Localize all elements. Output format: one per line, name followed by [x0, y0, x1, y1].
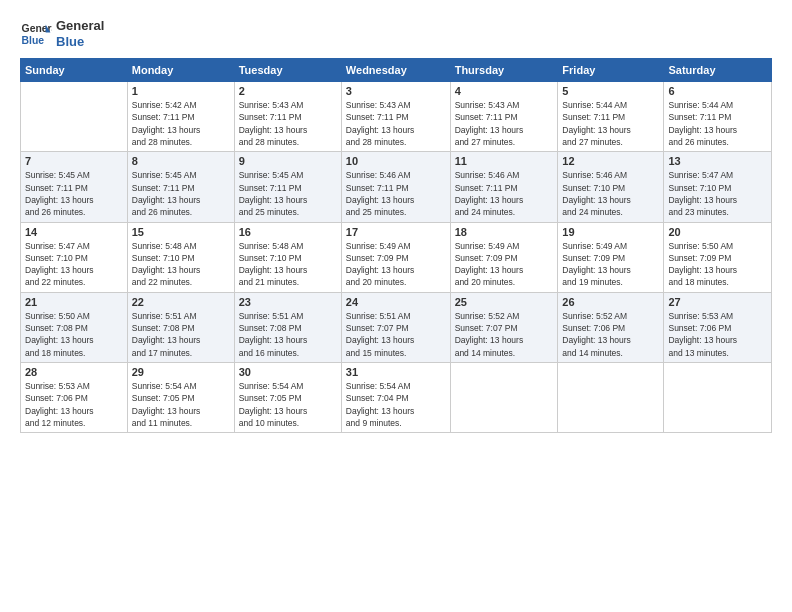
- day-number: 14: [25, 226, 123, 238]
- weekday-header: Tuesday: [234, 59, 341, 82]
- weekday-header: Thursday: [450, 59, 558, 82]
- logo-icon: General Blue: [20, 18, 52, 50]
- day-info: Sunrise: 5:45 AM Sunset: 7:11 PM Dayligh…: [132, 169, 230, 218]
- day-info: Sunrise: 5:44 AM Sunset: 7:11 PM Dayligh…: [562, 99, 659, 148]
- day-number: 22: [132, 296, 230, 308]
- day-number: 27: [668, 296, 767, 308]
- calendar-cell: 6Sunrise: 5:44 AM Sunset: 7:11 PM Daylig…: [664, 82, 772, 152]
- day-info: Sunrise: 5:54 AM Sunset: 7:05 PM Dayligh…: [239, 380, 337, 429]
- calendar-cell: 19Sunrise: 5:49 AM Sunset: 7:09 PM Dayli…: [558, 222, 664, 292]
- logo: General Blue General Blue: [20, 18, 104, 50]
- day-info: Sunrise: 5:46 AM Sunset: 7:11 PM Dayligh…: [346, 169, 446, 218]
- calendar-cell: 30Sunrise: 5:54 AM Sunset: 7:05 PM Dayli…: [234, 363, 341, 433]
- day-number: 7: [25, 155, 123, 167]
- day-number: 26: [562, 296, 659, 308]
- calendar-cell: 1Sunrise: 5:42 AM Sunset: 7:11 PM Daylig…: [127, 82, 234, 152]
- calendar-cell: 12Sunrise: 5:46 AM Sunset: 7:10 PM Dayli…: [558, 152, 664, 222]
- calendar-cell: 4Sunrise: 5:43 AM Sunset: 7:11 PM Daylig…: [450, 82, 558, 152]
- calendar-cell: 27Sunrise: 5:53 AM Sunset: 7:06 PM Dayli…: [664, 292, 772, 362]
- calendar-cell: 28Sunrise: 5:53 AM Sunset: 7:06 PM Dayli…: [21, 363, 128, 433]
- day-number: 4: [455, 85, 554, 97]
- day-number: 31: [346, 366, 446, 378]
- day-info: Sunrise: 5:43 AM Sunset: 7:11 PM Dayligh…: [239, 99, 337, 148]
- calendar-week-row: 1Sunrise: 5:42 AM Sunset: 7:11 PM Daylig…: [21, 82, 772, 152]
- day-info: Sunrise: 5:44 AM Sunset: 7:11 PM Dayligh…: [668, 99, 767, 148]
- logo-text: General: [56, 18, 104, 34]
- day-info: Sunrise: 5:52 AM Sunset: 7:07 PM Dayligh…: [455, 310, 554, 359]
- weekday-header: Saturday: [664, 59, 772, 82]
- day-number: 28: [25, 366, 123, 378]
- day-number: 3: [346, 85, 446, 97]
- day-number: 24: [346, 296, 446, 308]
- calendar-header-row: SundayMondayTuesdayWednesdayThursdayFrid…: [21, 59, 772, 82]
- day-number: 2: [239, 85, 337, 97]
- calendar-cell: [450, 363, 558, 433]
- day-info: Sunrise: 5:47 AM Sunset: 7:10 PM Dayligh…: [668, 169, 767, 218]
- day-info: Sunrise: 5:49 AM Sunset: 7:09 PM Dayligh…: [562, 240, 659, 289]
- day-info: Sunrise: 5:52 AM Sunset: 7:06 PM Dayligh…: [562, 310, 659, 359]
- calendar-cell: [558, 363, 664, 433]
- calendar-week-row: 21Sunrise: 5:50 AM Sunset: 7:08 PM Dayli…: [21, 292, 772, 362]
- calendar-cell: [664, 363, 772, 433]
- day-info: Sunrise: 5:53 AM Sunset: 7:06 PM Dayligh…: [25, 380, 123, 429]
- calendar-cell: 22Sunrise: 5:51 AM Sunset: 7:08 PM Dayli…: [127, 292, 234, 362]
- day-info: Sunrise: 5:45 AM Sunset: 7:11 PM Dayligh…: [25, 169, 123, 218]
- day-number: 8: [132, 155, 230, 167]
- day-number: 17: [346, 226, 446, 238]
- calendar-cell: 16Sunrise: 5:48 AM Sunset: 7:10 PM Dayli…: [234, 222, 341, 292]
- day-number: 13: [668, 155, 767, 167]
- day-info: Sunrise: 5:43 AM Sunset: 7:11 PM Dayligh…: [455, 99, 554, 148]
- page: General Blue General Blue SundayMondayTu…: [0, 0, 792, 612]
- day-info: Sunrise: 5:48 AM Sunset: 7:10 PM Dayligh…: [132, 240, 230, 289]
- calendar-week-row: 28Sunrise: 5:53 AM Sunset: 7:06 PM Dayli…: [21, 363, 772, 433]
- weekday-header: Monday: [127, 59, 234, 82]
- calendar-cell: 10Sunrise: 5:46 AM Sunset: 7:11 PM Dayli…: [341, 152, 450, 222]
- day-info: Sunrise: 5:46 AM Sunset: 7:11 PM Dayligh…: [455, 169, 554, 218]
- calendar-cell: 9Sunrise: 5:45 AM Sunset: 7:11 PM Daylig…: [234, 152, 341, 222]
- calendar-cell: 11Sunrise: 5:46 AM Sunset: 7:11 PM Dayli…: [450, 152, 558, 222]
- day-info: Sunrise: 5:50 AM Sunset: 7:08 PM Dayligh…: [25, 310, 123, 359]
- day-number: 12: [562, 155, 659, 167]
- day-info: Sunrise: 5:42 AM Sunset: 7:11 PM Dayligh…: [132, 99, 230, 148]
- calendar-cell: 13Sunrise: 5:47 AM Sunset: 7:10 PM Dayli…: [664, 152, 772, 222]
- day-number: 11: [455, 155, 554, 167]
- day-number: 9: [239, 155, 337, 167]
- logo-subtext: Blue: [56, 34, 104, 50]
- calendar: SundayMondayTuesdayWednesdayThursdayFrid…: [20, 58, 772, 433]
- day-number: 30: [239, 366, 337, 378]
- calendar-cell: 26Sunrise: 5:52 AM Sunset: 7:06 PM Dayli…: [558, 292, 664, 362]
- day-number: 21: [25, 296, 123, 308]
- day-number: 29: [132, 366, 230, 378]
- calendar-cell: 17Sunrise: 5:49 AM Sunset: 7:09 PM Dayli…: [341, 222, 450, 292]
- day-info: Sunrise: 5:48 AM Sunset: 7:10 PM Dayligh…: [239, 240, 337, 289]
- calendar-cell: 20Sunrise: 5:50 AM Sunset: 7:09 PM Dayli…: [664, 222, 772, 292]
- day-number: 15: [132, 226, 230, 238]
- day-info: Sunrise: 5:43 AM Sunset: 7:11 PM Dayligh…: [346, 99, 446, 148]
- calendar-cell: 14Sunrise: 5:47 AM Sunset: 7:10 PM Dayli…: [21, 222, 128, 292]
- day-number: 19: [562, 226, 659, 238]
- calendar-week-row: 14Sunrise: 5:47 AM Sunset: 7:10 PM Dayli…: [21, 222, 772, 292]
- day-number: 18: [455, 226, 554, 238]
- day-info: Sunrise: 5:49 AM Sunset: 7:09 PM Dayligh…: [346, 240, 446, 289]
- day-number: 23: [239, 296, 337, 308]
- calendar-cell: 23Sunrise: 5:51 AM Sunset: 7:08 PM Dayli…: [234, 292, 341, 362]
- day-number: 1: [132, 85, 230, 97]
- day-info: Sunrise: 5:54 AM Sunset: 7:04 PM Dayligh…: [346, 380, 446, 429]
- weekday-header: Friday: [558, 59, 664, 82]
- calendar-cell: 3Sunrise: 5:43 AM Sunset: 7:11 PM Daylig…: [341, 82, 450, 152]
- day-number: 10: [346, 155, 446, 167]
- day-info: Sunrise: 5:51 AM Sunset: 7:08 PM Dayligh…: [132, 310, 230, 359]
- day-number: 25: [455, 296, 554, 308]
- weekday-header: Wednesday: [341, 59, 450, 82]
- calendar-cell: [21, 82, 128, 152]
- day-info: Sunrise: 5:45 AM Sunset: 7:11 PM Dayligh…: [239, 169, 337, 218]
- calendar-week-row: 7Sunrise: 5:45 AM Sunset: 7:11 PM Daylig…: [21, 152, 772, 222]
- day-info: Sunrise: 5:51 AM Sunset: 7:07 PM Dayligh…: [346, 310, 446, 359]
- day-number: 20: [668, 226, 767, 238]
- day-info: Sunrise: 5:54 AM Sunset: 7:05 PM Dayligh…: [132, 380, 230, 429]
- day-number: 6: [668, 85, 767, 97]
- day-info: Sunrise: 5:53 AM Sunset: 7:06 PM Dayligh…: [668, 310, 767, 359]
- calendar-cell: 25Sunrise: 5:52 AM Sunset: 7:07 PM Dayli…: [450, 292, 558, 362]
- calendar-cell: 2Sunrise: 5:43 AM Sunset: 7:11 PM Daylig…: [234, 82, 341, 152]
- calendar-cell: 5Sunrise: 5:44 AM Sunset: 7:11 PM Daylig…: [558, 82, 664, 152]
